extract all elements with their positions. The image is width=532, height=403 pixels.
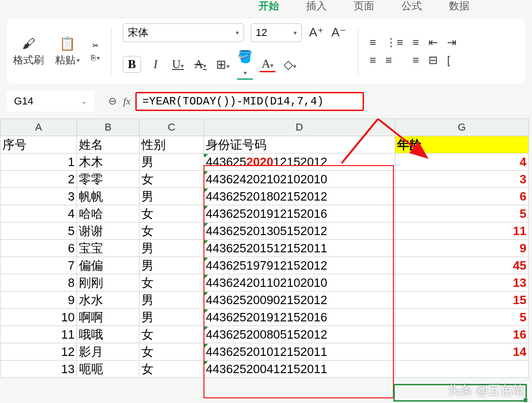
cell-age[interactable]: 5: [395, 205, 529, 222]
table-row[interactable]: 11哦哦女44362520080515201216: [0, 326, 529, 343]
hdr-gender[interactable]: 性别: [140, 136, 204, 153]
table-row[interactable]: 4哈哈女4436252019121520165: [0, 205, 529, 222]
hdr-id[interactable]: 身份证号码: [204, 136, 395, 153]
cell-gender[interactable]: 女: [140, 222, 204, 240]
grid[interactable]: A B C D G 序号 姓名 性别 身份证号码 年龄 1木木男44362520…: [0, 118, 529, 378]
cell-id[interactable]: 443625197912152012: [204, 257, 395, 274]
eraser-button[interactable]: ◇▾: [282, 57, 298, 72]
cell-age[interactable]: 15: [395, 292, 529, 309]
fill-color-button[interactable]: 🪣▾: [237, 49, 253, 80]
align-center-icon[interactable]: ≡: [385, 54, 403, 67]
cell-id[interactable]: 443625200902152012: [204, 292, 395, 309]
cancel-fx-icon[interactable]: ⊖: [108, 95, 117, 107]
tab-insert[interactable]: 插入: [304, 0, 329, 14]
align-mid-icon[interactable]: ⋮≡: [385, 36, 403, 49]
italic-button[interactable]: I: [147, 57, 163, 71]
merge-icon[interactable]: ⊟: [428, 54, 438, 67]
cell-name[interactable]: 帆帆: [77, 188, 140, 205]
cell-name[interactable]: 刚刚: [77, 274, 140, 292]
cell-seq[interactable]: 11: [0, 326, 77, 343]
table-row[interactable]: 8刚刚女44362420110210201013: [0, 274, 529, 292]
tab-start[interactable]: 开始: [257, 0, 281, 14]
cell-seq[interactable]: 2: [0, 171, 77, 188]
tab-data[interactable]: 数据: [447, 0, 471, 14]
cell-seq[interactable]: 3: [0, 188, 77, 205]
indent-inc-icon[interactable]: ⇥: [447, 36, 456, 49]
cut-icon[interactable]: ✂: [92, 41, 98, 50]
cell-seq[interactable]: 6: [0, 240, 77, 257]
cell-name[interactable]: 零零: [77, 171, 140, 188]
font-color-button[interactable]: A▾: [259, 57, 275, 72]
cell-age[interactable]: 9: [395, 240, 529, 257]
cell-id[interactable]: 443624201102102010: [204, 274, 395, 292]
align-left-icon[interactable]: ≡: [370, 54, 376, 67]
cell-age[interactable]: 14: [395, 343, 529, 361]
cell-seq[interactable]: 10: [0, 309, 77, 326]
cell-name[interactable]: 哦哦: [77, 326, 140, 343]
cell-name[interactable]: 偏偏: [77, 257, 140, 274]
cell-name[interactable]: 呃呃: [77, 361, 140, 378]
col-header-G[interactable]: G: [395, 119, 529, 136]
format-painter-group[interactable]: 🖌 格式刷: [13, 36, 44, 67]
cell-age[interactable]: 11: [395, 222, 529, 240]
cell-age[interactable]: 4: [395, 153, 529, 171]
cell-gender[interactable]: 男: [140, 292, 204, 309]
cell-seq[interactable]: 1: [0, 153, 77, 171]
cell-id[interactable]: 443625202012152012: [204, 153, 395, 171]
tab-page[interactable]: 页面: [352, 0, 376, 14]
cell-id[interactable]: 443625200805152012: [204, 326, 395, 343]
cell-gender[interactable]: 女: [140, 361, 204, 378]
strike-button[interactable]: A▾: [192, 57, 208, 71]
cell-seq[interactable]: 12: [0, 343, 77, 361]
cell-seq[interactable]: 9: [0, 292, 77, 309]
table-row[interactable]: 5谢谢女44362520130515201211: [0, 222, 529, 240]
cell-age[interactable]: 16: [395, 326, 529, 343]
paste-group[interactable]: 📋 粘贴▾: [55, 36, 80, 67]
cell-gender[interactable]: 男: [140, 188, 204, 205]
cell-age[interactable]: 3: [395, 171, 529, 188]
table-row[interactable]: 13呃呃女443625200412152011: [0, 361, 529, 378]
borders-button[interactable]: ⊞▾: [215, 57, 231, 72]
cell-id[interactable]: 443625201802152012: [204, 188, 395, 205]
table-row[interactable]: 7偏偏男44362519791215201245: [0, 257, 529, 274]
cell-id[interactable]: 443625201012152011: [204, 343, 395, 361]
cell-name[interactable]: 宝宝: [77, 240, 140, 257]
fx-icon[interactable]: fx: [123, 95, 131, 107]
align-top-icon[interactable]: ≡: [370, 36, 376, 49]
table-row[interactable]: 1木木男4436252020121520124: [0, 153, 529, 171]
underline-button[interactable]: U▾: [170, 57, 186, 71]
hdr-name[interactable]: 姓名: [77, 136, 140, 153]
name-box[interactable]: G14 ⌄: [7, 91, 94, 111]
cell-name[interactable]: 谢谢: [77, 222, 140, 240]
cell-id[interactable]: 443624202102102010: [204, 171, 395, 188]
cell-seq[interactable]: 5: [0, 222, 77, 240]
table-row[interactable]: 9水水男44362520090215201215: [0, 292, 529, 309]
cell-seq[interactable]: 7: [0, 257, 77, 274]
hdr-seq[interactable]: 序号: [0, 136, 77, 153]
align-bot-icon[interactable]: ≡: [413, 36, 419, 49]
wrap-icon[interactable]: [: [447, 54, 456, 67]
cell-seq[interactable]: 13: [0, 361, 77, 378]
indent-dec-icon[interactable]: ⇤: [428, 36, 438, 49]
tab-formula[interactable]: 公式: [399, 0, 424, 14]
table-row[interactable]: 10啊啊男4436252019121520165: [0, 309, 529, 326]
cell-gender[interactable]: 女: [140, 343, 204, 361]
col-header-C[interactable]: C: [140, 119, 204, 136]
cell-seq[interactable]: 4: [0, 205, 77, 222]
table-row[interactable]: 3帆帆男4436252018021520126: [0, 188, 529, 205]
cell-gender[interactable]: 女: [140, 205, 204, 222]
bold-button[interactable]: B: [123, 56, 141, 73]
cell-gender[interactable]: 女: [140, 171, 204, 188]
cell-gender[interactable]: 男: [140, 153, 204, 171]
copy-icon[interactable]: ⎘: [91, 54, 96, 62]
table-row[interactable]: 12影月女44362520101215201114: [0, 343, 529, 361]
formula-bar[interactable]: =YEAR(TODAY())-MID(D14,7,4): [135, 92, 364, 111]
cell-age[interactable]: 5: [395, 309, 529, 326]
cell-name[interactable]: 啊啊: [77, 309, 140, 326]
cell-id[interactable]: 443625200412152011: [204, 361, 395, 378]
cell-name[interactable]: 影月: [77, 343, 140, 361]
table-row[interactable]: 6宝宝男4436252015121520119: [0, 240, 529, 257]
decrease-font-icon[interactable]: A⁻: [331, 25, 347, 40]
cell-age[interactable]: 6: [395, 188, 529, 205]
hdr-age[interactable]: 年龄: [395, 136, 529, 153]
